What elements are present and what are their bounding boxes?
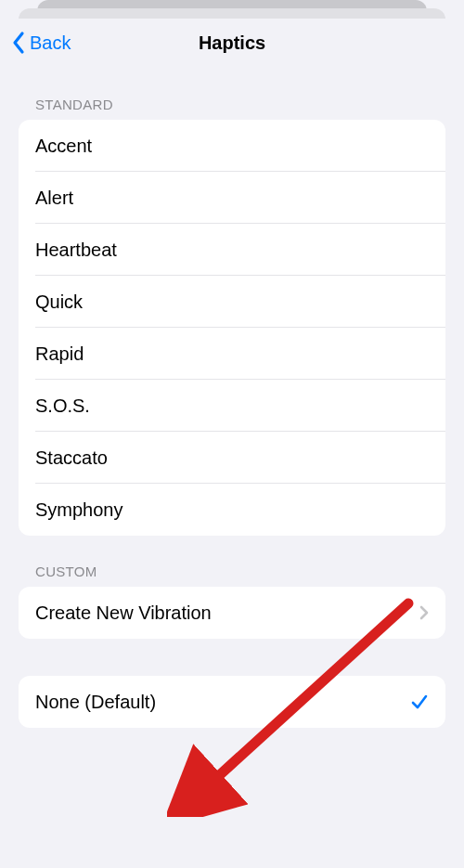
back-label: Back [30, 32, 71, 54]
standard-haptics-list: Accent Alert Heartbeat Quick Rapid S.O.S… [19, 120, 445, 536]
back-button[interactable]: Back [7, 27, 74, 58]
chevron-left-icon [11, 31, 26, 55]
row-label: S.O.S. [35, 395, 90, 417]
haptic-option-heartbeat[interactable]: Heartbeat [19, 224, 445, 276]
row-label: Staccato [35, 447, 108, 469]
row-label: Accent [35, 136, 92, 157]
custom-haptics-list: Create New Vibration [19, 587, 445, 639]
haptic-option-none[interactable]: None (Default) [19, 676, 445, 728]
row-label: Rapid [35, 343, 84, 365]
haptic-option-quick[interactable]: Quick [19, 276, 445, 328]
row-label: Symphony [35, 499, 123, 521]
haptic-option-rapid[interactable]: Rapid [19, 328, 445, 380]
section-header-custom: CUSTOM [19, 536, 445, 587]
none-section-list: None (Default) [19, 676, 445, 728]
haptic-option-accent[interactable]: Accent [19, 120, 445, 172]
haptic-option-staccato[interactable]: Staccato [19, 432, 445, 484]
row-label: Alert [35, 188, 73, 209]
chevron-right-icon [419, 605, 429, 620]
row-label: Heartbeat [35, 240, 117, 261]
row-label: Create New Vibration [35, 602, 212, 624]
haptic-option-alert[interactable]: Alert [19, 172, 445, 224]
haptic-option-sos[interactable]: S.O.S. [19, 380, 445, 432]
content-area: STANDARD Accent Alert Heartbeat Quick Ra… [0, 67, 464, 728]
row-label: None (Default) [35, 692, 156, 713]
settings-sheet: Back Haptics STANDARD Accent Alert Heart… [0, 19, 464, 868]
section-header-standard: STANDARD [19, 67, 445, 120]
haptic-option-symphony[interactable]: Symphony [19, 484, 445, 536]
create-new-vibration-button[interactable]: Create New Vibration [19, 587, 445, 639]
row-label: Quick [35, 291, 83, 313]
checkmark-icon [410, 693, 429, 711]
nav-bar: Back Haptics [0, 19, 464, 67]
